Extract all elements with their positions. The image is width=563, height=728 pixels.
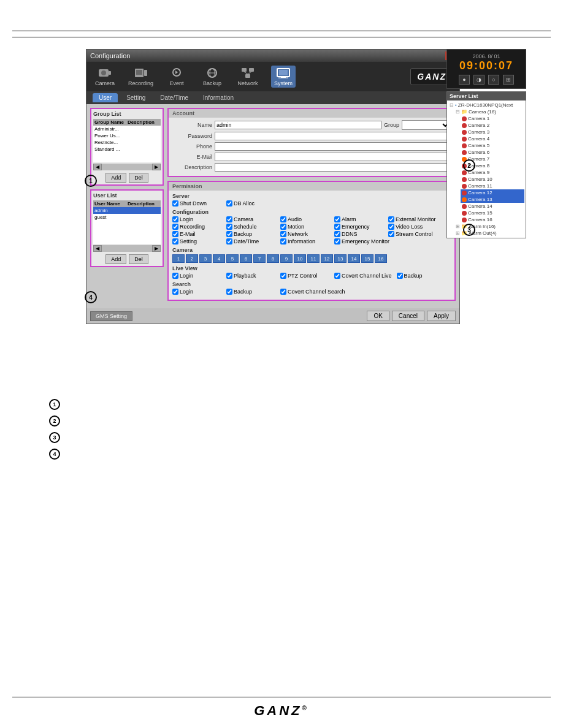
lv-login[interactable]: Login [172,273,221,279]
cam-btn-15[interactable]: 15 [361,254,373,263]
perm-stream[interactable]: Stream Control [388,231,437,237]
perm-schedule[interactable]: Schedule [226,224,275,230]
perm-emergency[interactable]: Emergency [334,224,383,230]
cam-item-11[interactable]: Camera 11 [461,183,524,189]
tab-user[interactable]: User [93,93,118,102]
perm-motion[interactable]: Motion [280,224,329,230]
s-covert[interactable]: Covert Channel Search [280,289,345,295]
cam-item-4[interactable]: Camera 4 [461,135,524,142]
perm-ext-monitor-cb[interactable] [388,216,394,222]
lv-ptz-cb[interactable] [280,273,286,279]
cam-btn-6[interactable]: 6 [240,254,252,263]
perm-ext-monitor[interactable]: External Monitor [388,216,437,222]
perm-dballoc-cb[interactable] [226,200,232,207]
cam-item-14[interactable]: Camera 14 [461,203,524,210]
perm-network-cb[interactable] [280,231,286,237]
cam-item-12[interactable]: Camera 12 [461,189,524,196]
nav-backup[interactable]: Backup [200,67,224,86]
perm-backup[interactable]: Backup [226,231,275,237]
user-row-guest[interactable]: guest [93,214,161,221]
group-row-0[interactable]: Administr... [93,126,161,132]
group-row-2[interactable]: Restricte... [93,139,161,146]
account-password-input[interactable] [215,132,451,140]
perm-camera[interactable]: Camera [226,216,275,222]
s-backup[interactable]: Backup [226,289,275,295]
perm-datetime-cb[interactable] [226,238,232,245]
perm-login[interactable]: Login [172,216,221,222]
cam-btn-4[interactable]: 4 [213,254,225,263]
account-group-select[interactable] [402,120,451,130]
cam-btn-5[interactable]: 5 [226,254,239,263]
perm-shutdown-cb[interactable] [172,200,178,207]
clock-btn-2[interactable]: ◑ [473,75,484,85]
perm-information[interactable]: Information [280,238,329,245]
ok-btn[interactable]: OK [367,311,389,321]
cam-btn-10[interactable]: 10 [294,254,306,263]
cam-btn-12[interactable]: 12 [321,254,333,263]
tab-setting[interactable]: Setting [120,93,151,102]
cam-item-3[interactable]: Camera 3 [461,129,524,135]
server-camera-group[interactable]: ⊟ 📁 Camera (16) [454,108,524,115]
perm-audio-cb[interactable] [280,216,286,222]
cam-btn-9[interactable]: 9 [280,254,293,263]
perm-videoloss-cb[interactable] [388,224,394,230]
perm-alarm-cb[interactable] [334,216,340,222]
user-del-btn[interactable]: Del [129,254,148,264]
tab-information[interactable]: Information [197,93,240,102]
perm-email[interactable]: E-Mail [172,231,221,237]
cam-btn-3[interactable]: 3 [199,254,212,263]
nav-system[interactable]: System [271,66,296,88]
perm-information-cb[interactable] [280,238,286,245]
nav-event[interactable]: Event [164,67,189,86]
clock-btn-4[interactable]: ⊞ [503,75,514,85]
perm-ddns-cb[interactable] [334,231,340,237]
perm-backup-cb[interactable] [226,231,232,237]
perm-emgmon-cb[interactable] [334,238,340,245]
nav-network[interactable]: Network [236,67,260,86]
perm-recording[interactable]: Recording [172,224,221,230]
lv-playback-cb[interactable] [226,273,232,279]
user-row-admin[interactable]: admin [93,207,161,214]
gms-setting-btn[interactable]: GMS Setting [90,311,132,321]
nav-recording[interactable]: Recording [128,67,153,86]
lv-ptz[interactable]: PTZ Control [280,273,329,279]
cam-btn-11[interactable]: 11 [307,254,320,263]
perm-videoloss[interactable]: Video Loss [388,224,437,230]
cam-item-2[interactable]: Camera 2 [461,122,524,129]
account-email-input[interactable] [215,153,451,161]
perm-emgmon[interactable]: Emergency Monitor [334,238,389,245]
cam-item-15[interactable]: Camera 15 [461,210,524,216]
server-item-main[interactable]: ⊟ ▪ ZR-DHC1630NPQ1(Next [448,102,524,108]
clock-btn-3[interactable]: ○ [488,75,499,85]
cam-btn-13[interactable]: 13 [334,254,347,263]
apply-btn[interactable]: Apply [427,311,456,321]
lv-covert[interactable]: Covert Channel Live [334,273,392,279]
perm-motion-cb[interactable] [280,224,286,230]
perm-schedule-cb[interactable] [226,224,232,230]
account-name-input[interactable] [215,121,381,129]
cam-btn-2[interactable]: 2 [186,254,198,263]
perm-stream-cb[interactable] [388,231,394,237]
group-add-btn[interactable]: Add [105,173,126,183]
perm-setting-cb[interactable] [172,238,178,245]
lv-login-cb[interactable] [172,273,178,279]
perm-recording-cb[interactable] [172,224,178,230]
nav-camera[interactable]: Camera [93,67,117,86]
lv-backup-cb[interactable] [397,273,403,279]
perm-alarm[interactable]: Alarm [334,216,383,222]
perm-camera-cb[interactable] [226,216,232,222]
s-login-cb[interactable] [172,289,178,295]
tab-datetime[interactable]: Date/Time [154,93,194,102]
perm-ddns[interactable]: DDNS [334,231,383,237]
perm-audio[interactable]: Audio [280,216,329,222]
user-add-btn[interactable]: Add [105,254,126,264]
cam-btn-16[interactable]: 16 [375,254,387,263]
group-row-1[interactable]: Power Us... [93,132,161,139]
clock-btn-1[interactable]: ● [459,75,470,85]
cancel-btn[interactable]: Cancel [392,311,424,321]
account-desc-input[interactable] [215,163,451,172]
cam-btn-7[interactable]: 7 [253,254,266,263]
cam-btn-1[interactable]: 1 [172,254,185,263]
group-scroll-left[interactable]: ◀ [93,164,102,170]
cam-item-16[interactable]: Camera 16 [461,216,524,223]
